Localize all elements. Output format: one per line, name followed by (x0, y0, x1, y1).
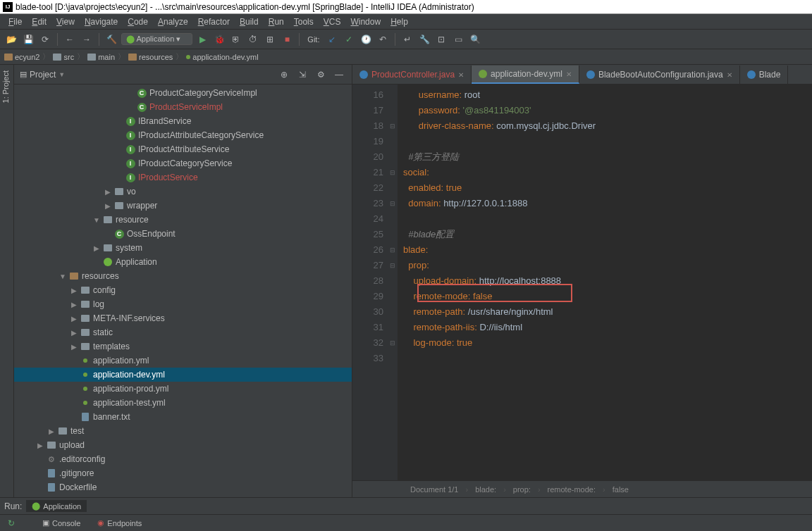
run-config-selector[interactable]: ⬤ Application ▾ (121, 33, 192, 45)
main-menu: FileEditViewNavigateCodeAnalyzeRefactorB… (0, 14, 812, 30)
git-history-icon[interactable]: 🕐 (359, 32, 373, 46)
git-commit-icon[interactable]: ✓ (342, 32, 356, 46)
editor-tab[interactable]: ProductController.java✕ (352, 65, 472, 84)
tree-item[interactable]: ▶upload (14, 438, 352, 452)
breadcrumb-seg[interactable]: resources (128, 53, 173, 61)
tree-item[interactable]: ▼resources (14, 269, 352, 283)
project-title[interactable]: Project (30, 70, 56, 80)
menu-code[interactable]: Code (123, 15, 152, 28)
endpoints-tab[interactable]: ◉Endpoints (92, 517, 147, 529)
tree-item[interactable]: IIProductService (14, 170, 352, 185)
editor-tabs: ProductController.java✕application-dev.y… (352, 65, 812, 85)
separator (395, 33, 395, 46)
tree-item[interactable]: CProductCategoryServiceImpl (14, 86, 352, 100)
run-tool-window-header: Run: ⬤Application (0, 497, 812, 514)
profile-icon[interactable]: ⏱ (246, 32, 260, 46)
tree-item[interactable]: .editorconfig (14, 452, 352, 466)
coverage-icon[interactable]: ⛨ (229, 32, 243, 46)
menu-view[interactable]: View (52, 15, 79, 28)
window-title: blade-tool [D:\java\projects\ecyun2] - .… (16, 2, 474, 12)
menu-tools[interactable]: Tools (290, 15, 318, 28)
tree-item[interactable]: ▶templates (14, 339, 352, 354)
tree-item[interactable]: banner.txt (14, 410, 352, 424)
code-content[interactable]: username: root password: '@as841194003' … (398, 85, 812, 480)
breadcrumb-seg[interactable]: application-dev.yml (186, 53, 258, 61)
console-tab[interactable]: ▣Console (37, 517, 86, 529)
tree-item[interactable]: IIProductAttributeCategoryService (14, 128, 352, 142)
chevron-down-icon[interactable]: ▼ (59, 71, 65, 78)
tree-item[interactable]: ▶META-INF.services (14, 311, 352, 325)
debug-icon[interactable]: 🐞 (212, 32, 226, 46)
tree-item[interactable]: .gitignore (14, 466, 352, 480)
rerun-icon[interactable]: ↻ (4, 516, 18, 530)
tree-item[interactable]: CProductServiceImpl (14, 100, 352, 114)
menu-edit[interactable]: Edit (27, 15, 51, 28)
save-icon[interactable]: 💾 (21, 32, 35, 46)
menu-window[interactable]: Window (346, 15, 385, 28)
tree-item[interactable]: application-test.yml (14, 396, 352, 410)
menu-help[interactable]: Help (386, 15, 412, 28)
hide-icon[interactable]: — (332, 68, 346, 82)
tree-item[interactable]: application.yml (14, 354, 352, 368)
run-icon[interactable]: ▶ (195, 32, 209, 46)
tree-item[interactable]: IIProductCategoryService (14, 156, 352, 170)
project-tool-tab[interactable]: 1: Project (0, 65, 11, 108)
tree-item[interactable]: ▶static (14, 325, 352, 339)
tree-item[interactable]: ▼resource (14, 213, 352, 227)
path-seg[interactable]: blade: (475, 485, 496, 494)
git-rollback-icon[interactable]: ↶ (376, 32, 390, 46)
search-icon[interactable]: 🔍 (468, 32, 482, 46)
wrap-icon[interactable]: ↵ (400, 32, 414, 46)
breadcrumb-seg[interactable]: main (87, 53, 115, 61)
tree-item[interactable]: ▶config (14, 283, 352, 297)
breadcrumb-seg[interactable]: src (53, 53, 74, 61)
breadcrumb-seg[interactable]: ecyun2 (4, 53, 39, 61)
presentation-icon[interactable]: ▭ (451, 32, 465, 46)
expand-icon[interactable]: ⇲ (295, 68, 309, 82)
git-update-icon[interactable]: ↙ (325, 32, 339, 46)
tree-item[interactable]: application-prod.yml (14, 382, 352, 396)
tree-item[interactable]: ▶wrapper (14, 199, 352, 213)
structure-icon[interactable]: ⊡ (434, 32, 448, 46)
menu-navigate[interactable]: Navigate (80, 15, 122, 28)
separator (99, 33, 99, 46)
gear-icon[interactable]: ⚙ (314, 68, 328, 82)
tree-item[interactable]: COssEndpoint (14, 227, 352, 241)
tree-item[interactable]: ▶system (14, 241, 352, 255)
menu-build[interactable]: Build (235, 15, 263, 28)
open-icon[interactable]: 📂 (4, 32, 18, 46)
editor[interactable]: 161718192021222324252627282930313233 ⊟⊟⊟… (352, 85, 812, 480)
tree-item[interactable]: Dockerfile (14, 480, 352, 494)
tree-item[interactable]: ▶test (14, 424, 352, 438)
tree-item[interactable]: application-dev.yml (14, 368, 352, 382)
editor-tab[interactable]: application-dev.yml✕ (472, 65, 579, 84)
locate-icon[interactable]: ⊕ (277, 68, 291, 82)
editor-tab[interactable]: BladeBootAutoConfiguration.java✕ (579, 65, 740, 84)
sync-icon[interactable]: ⟳ (38, 32, 52, 46)
path-seg[interactable]: false (613, 485, 629, 494)
project-tree[interactable]: CProductCategoryServiceImplCProductServi… (14, 85, 352, 497)
back-icon[interactable]: ← (63, 32, 77, 46)
line-gutter: 161718192021222324252627282930313233 (352, 85, 388, 480)
editor-tab[interactable]: Blade (740, 65, 789, 84)
settings-icon[interactable]: 🔧 (417, 32, 431, 46)
stop-icon[interactable]: ■ (280, 32, 294, 46)
project-panel-header: ▤ Project ▼ ⊕ ⇲ ⚙ — (14, 65, 352, 85)
build-icon[interactable]: 🔨 (104, 32, 118, 46)
path-seg[interactable]: prop: (513, 485, 531, 494)
tree-item[interactable]: LICENSE (14, 494, 352, 497)
tree-item[interactable]: IIBrandService (14, 114, 352, 128)
attach-icon[interactable]: ⊞ (263, 32, 277, 46)
run-config-tab[interactable]: ⬤Application (26, 500, 87, 512)
menu-vcs[interactable]: VCS (319, 15, 345, 28)
path-seg[interactable]: remote-mode: (548, 485, 596, 494)
tree-item[interactable]: ▶vo (14, 185, 352, 199)
tree-item[interactable]: ▶log (14, 297, 352, 311)
menu-analyze[interactable]: Analyze (154, 15, 192, 28)
tree-item[interactable]: Application (14, 255, 352, 269)
menu-refactor[interactable]: Refactor (194, 15, 234, 28)
tree-item[interactable]: IIProductAttributeService (14, 142, 352, 156)
forward-icon[interactable]: → (80, 32, 94, 46)
menu-file[interactable]: File (4, 15, 26, 28)
menu-run[interactable]: Run (264, 15, 288, 28)
